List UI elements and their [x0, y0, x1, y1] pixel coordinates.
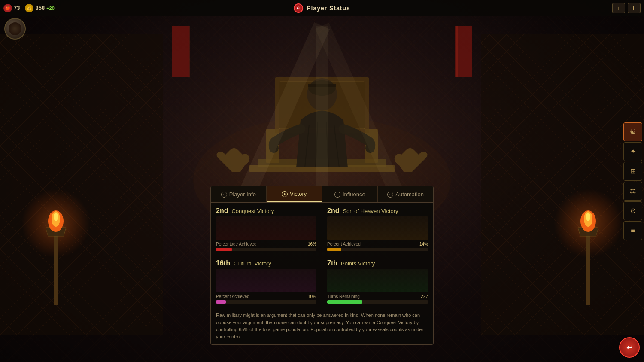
- description-text-content: Raw military might is an argument that c…: [216, 313, 423, 339]
- points-progress-label: Turns Remaining: [327, 294, 360, 299]
- back-button[interactable]: ↩: [619, 337, 640, 358]
- tab-victory[interactable]: ● Victory: [267, 186, 322, 202]
- cultural-progress-bar: [216, 300, 316, 304]
- title-icon: ☯: [294, 3, 303, 13]
- player-info-tab-icon: ○: [221, 192, 227, 198]
- automation-tab-icon: ○: [387, 192, 393, 198]
- points-victory-cell: 7th Points Victory Turns Remaining 227: [322, 255, 433, 307]
- sidebar-btn-compass[interactable]: ✦: [623, 142, 642, 161]
- son-of-heaven-bar-fill: [327, 248, 341, 251]
- cultural-progress: Percent Achieved 10%: [216, 294, 316, 304]
- sidebar-btn-globe[interactable]: ⊙: [623, 201, 642, 220]
- gold-icon: 💰: [25, 4, 33, 12]
- top-buttons: i ⏸: [612, 3, 641, 13]
- gold-resource: 💰 858 +20: [25, 4, 54, 12]
- victory-tab-icon: ●: [282, 191, 288, 197]
- food-value: 73: [14, 5, 20, 11]
- window-title: Player Status: [307, 5, 350, 12]
- tab-victory-label: Victory: [290, 191, 307, 197]
- conquest-name: Conquest Victory: [231, 208, 274, 214]
- son-of-heaven-progress: Percent Achieved 14%: [327, 242, 428, 251]
- conquest-progress-bar: [216, 248, 316, 251]
- resource-bar: 🍎 73 💰 858 +20: [3, 4, 55, 12]
- right-sidebar: ☯ ✦ ⊞ ⚖ ⊙ ≡: [622, 121, 644, 242]
- son-of-heaven-progress-label: Percent Achieved: [327, 242, 361, 246]
- son-of-heaven-rank: 2nd: [327, 207, 339, 215]
- tab-player-info-label: Player Info: [229, 191, 256, 198]
- conquest-rank: 2nd: [216, 207, 228, 215]
- conquest-bar-fill: [216, 248, 232, 251]
- cultural-bar-fill: [216, 300, 226, 304]
- victory-description: Raw military might is an argument that c…: [211, 307, 433, 344]
- cultural-progress-label: Percent Achieved: [216, 294, 249, 299]
- tab-influence-label: Influence: [343, 191, 365, 198]
- tab-player-info[interactable]: ○ Player Info: [211, 186, 267, 202]
- cultural-chart: [216, 269, 316, 292]
- avatar-image: [9, 22, 21, 35]
- main-panel: ○ Player Info ● Victory ○ Influence ○ Au…: [210, 186, 434, 345]
- conquest-header: 2nd Conquest Victory: [216, 207, 316, 215]
- influence-tab-icon: ○: [334, 192, 340, 198]
- cultural-victory-cell: 16th Cultural Victory Percent Achieved 1…: [211, 255, 322, 307]
- points-bar-fill: [327, 300, 362, 304]
- gold-bonus: +20: [46, 6, 55, 11]
- cultural-header: 16th Cultural Victory: [216, 259, 316, 267]
- tab-influence[interactable]: ○ Influence: [322, 186, 378, 202]
- conquest-victory-cell: 2nd Conquest Victory Percentage Achieved…: [211, 203, 322, 255]
- son-of-heaven-name: Son of Heaven Victory: [343, 208, 398, 214]
- points-progress-value: 227: [421, 294, 428, 299]
- info-button[interactable]: i: [612, 3, 625, 13]
- sidebar-btn-scale[interactable]: ⚖: [623, 182, 642, 201]
- tab-automation-label: Automation: [395, 191, 424, 198]
- points-chart: [327, 269, 428, 292]
- pause-button[interactable]: ⏸: [628, 3, 641, 13]
- cultural-progress-value: 10%: [308, 294, 316, 299]
- cultural-name: Cultural Victory: [234, 260, 271, 267]
- conquest-progress: Percentage Achieved 16%: [216, 242, 316, 251]
- conquest-chart: [216, 216, 316, 240]
- sidebar-btn-chart[interactable]: ≡: [623, 221, 642, 240]
- avatar[interactable]: [4, 18, 26, 40]
- conquest-progress-value: 16%: [308, 242, 316, 246]
- cultural-rank: 16th: [216, 259, 230, 267]
- son-of-heaven-chart: [327, 216, 428, 240]
- points-header: 7th Points Victory: [327, 259, 428, 267]
- title-area: ☯ Player Status: [294, 3, 350, 13]
- tab-bar: ○ Player Info ● Victory ○ Influence ○ Au…: [211, 186, 433, 203]
- food-resource: 🍎 73: [3, 4, 20, 12]
- points-rank: 7th: [327, 259, 337, 267]
- son-of-heaven-header: 2nd Son of Heaven Victory: [327, 207, 428, 215]
- gold-value: 858: [35, 5, 45, 11]
- son-of-heaven-progress-value: 14%: [419, 242, 428, 246]
- points-progress-bar: [327, 300, 428, 304]
- son-of-heaven-victory-cell: 2nd Son of Heaven Victory Percent Achiev…: [322, 203, 433, 255]
- victory-grid: 2nd Conquest Victory Percentage Achieved…: [211, 203, 433, 307]
- food-icon: 🍎: [3, 4, 12, 12]
- sidebar-btn-grid[interactable]: ⊞: [623, 162, 642, 181]
- son-of-heaven-progress-bar: [327, 248, 428, 251]
- tab-automation[interactable]: ○ Automation: [378, 186, 433, 202]
- sidebar-btn-yin-yang[interactable]: ☯: [623, 122, 642, 141]
- conquest-progress-label: Percentage Achieved: [216, 242, 257, 246]
- points-name: Points Victory: [341, 260, 375, 267]
- top-bar: 🍎 73 💰 858 +20 ☯ Player Status i ⏸: [0, 0, 644, 16]
- points-progress: Turns Remaining 227: [327, 294, 428, 304]
